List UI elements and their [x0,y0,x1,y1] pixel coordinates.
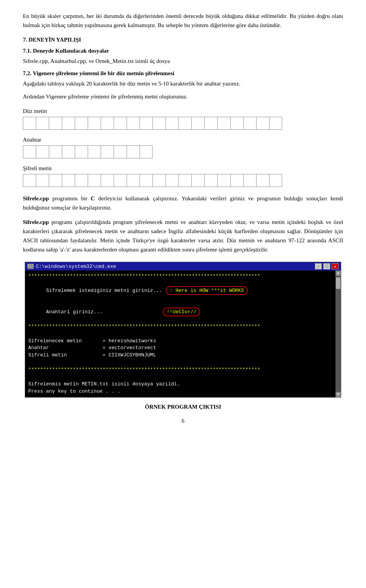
anahtar-section: Anahtar [23,137,343,158]
cmd-scrollbar-up[interactable]: ▲ [336,271,341,276]
cmd-line-3: Sifrelenecek metin = hereishowitworks [28,338,338,345]
anahtar-grid [23,145,343,158]
duz-metin-cell-18 [256,117,269,130]
cmd-line-7: Press any key to continue . . . [28,388,338,395]
subsection-72-title: 7.2. Vigenere şifreleme yöntemi ile bir … [23,70,343,77]
cmd-window: C:\ C:\windows\system32\cmd.exe – □ ✕ **… [25,262,341,398]
cmd-blank-1 [28,330,338,338]
cmd-line-1-oval: : Here is HOW ***it WORKS [166,286,248,295]
cmd-minimize-button[interactable]: – [315,263,322,269]
sifreli-metin-cell-0 [23,174,36,187]
sifreli-metin-label: Şifreli metin [23,165,343,172]
cmd-maximize-button[interactable]: □ [323,263,330,269]
cmd-titlebar-buttons: – □ ✕ [315,263,339,269]
duz-metin-cell-4 [75,117,88,130]
anahtar-cell-2 [49,145,62,158]
sifreli-metin-grid [23,174,343,187]
sifreli-metin-cell-18 [256,174,269,187]
cmd-scrollbar[interactable]: ▲ ▼ [336,271,341,397]
duz-metin-cell-15 [217,117,230,130]
duz-metin-cell-16 [230,117,243,130]
cmd-stars-2: ****************************************… [28,323,338,330]
cmd-title: C:\windows\system32\cmd.exe [36,264,116,269]
cmd-titlebar: C:\ C:\windows\system32\cmd.exe – □ ✕ [25,262,341,271]
cmd-line-2-oval: !!UeCIor// [163,308,200,316]
cmd-line-4: Anahtar = vectorvectorvect [28,345,338,352]
duz-metin-cell-10 [152,117,165,130]
sifreli-metin-cell-5 [88,174,101,187]
subsection-71-text: Sifrele.cpp, Anahtarbul.cpp, ve Ornek_Me… [23,56,343,66]
sifreli-metin-cell-16 [230,174,243,187]
anahtar-cell-7 [114,145,127,158]
sifreli-metin-cell-12 [178,174,191,187]
duz-metin-cell-13 [191,117,204,130]
cmd-line-5: Sifreli metin = CIIXWJCSYBHNJUML [28,352,338,359]
anahtar-cell-8 [127,145,140,158]
cmd-line-2: Anahtari giriniz... !!UeCIor// [28,301,338,323]
cmd-stars-1: ****************************************… [28,273,338,280]
subsection-71-title: 7.1. Deneyde Kullanılacak dosyalar [23,48,343,54]
anahtar-cell-5 [88,145,101,158]
duz-metin-cell-8 [127,117,140,130]
subsection-72-text1: Aşağıdaki tabloya yaklaşık 20 karakterli… [23,79,343,88]
anahtar-cell-6 [101,145,114,158]
duz-metin-cell-14 [204,117,217,130]
cmd-line-2-text: Anahtari giriniz... [46,309,162,315]
duz-metin-cell-9 [140,117,152,130]
cmd-close-button[interactable]: ✕ [332,263,339,269]
page-number: 6 [23,418,343,424]
sifreli-metin-cell-13 [191,174,204,187]
anahtar-cell-4 [75,145,88,158]
cmd-blank-2 [28,359,338,366]
cmd-stars-3: ****************************************… [28,366,338,374]
p2-bold2: C [91,195,95,201]
p2-bold1: Sifrele.cpp [23,195,49,201]
cmd-icon: C:\ [27,264,34,269]
anahtar-cell-9 [140,145,152,158]
sifreli-metin-cell-6 [101,174,114,187]
sifreli-metin-cell-10 [152,174,165,187]
duz-metin-cell-1 [36,117,49,130]
anahtar-cell-3 [62,145,75,158]
sifreli-metin-cell-11 [165,174,178,187]
subsection-72-text2: Ardından Vigenere şifreleme yöntemi ile … [23,92,343,101]
p3-bold: Sifrele.cpp [23,219,49,225]
cmd-line-6: Sifrelenmis metin METIN.txt isinli dosya… [28,381,338,388]
cmd-scrollbar-down[interactable]: ▼ [336,392,341,397]
section-7-title: 7. DENEYİN YAPILIŞI [23,37,343,43]
sifreli-metin-cell-17 [243,174,256,187]
duz-metin-cell-2 [49,117,62,130]
sifreli-metin-cell-15 [217,174,230,187]
sifreli-metin-cell-14 [204,174,217,187]
duz-metin-cell-7 [114,117,127,130]
duz-metin-cell-6 [101,117,114,130]
sifreli-metin-cell-3 [62,174,75,187]
anahtar-cell-0 [23,145,36,158]
sifreli-metin-section: Şifreli metin [23,165,343,187]
duz-metin-cell-19 [269,117,282,130]
duz-metin-cell-11 [165,117,178,130]
sifreli-metin-cell-19 [269,174,282,187]
sifreli-metin-cell-2 [49,174,62,187]
sifreli-metin-cell-1 [36,174,49,187]
sifreli-metin-cell-7 [114,174,127,187]
cmd-caption: ÖRNEK PROGRAM ÇIKTISI [23,404,343,410]
cmd-titlebar-left: C:\ C:\windows\system32\cmd.exe [27,264,116,269]
paragraph-2: Sifrele.cpp programını bir C derleyicisi… [23,194,343,212]
p2-rest1: programını bir [49,195,91,201]
duz-metin-cell-5 [88,117,101,130]
cmd-scrollbar-thumb[interactable] [336,277,340,289]
cmd-line-1-text: Sifrelemek istediginiz metni giriniz... [46,288,165,293]
p3-rest: programı çalıştırıldığında program şifre… [23,219,343,253]
paragraph-1: En büyük skaler çarpımın, her iki durumd… [23,11,343,30]
anahtar-label: Anahtar [23,137,343,143]
sifreli-metin-cell-4 [75,174,88,187]
duz-metin-section: Düz metin [23,108,343,130]
paragraph-3: Sifrele.cpp programı çalıştırıldığında p… [23,217,343,254]
sifreli-metin-cell-9 [140,174,152,187]
duz-metin-cell-17 [243,117,256,130]
duz-metin-cell-12 [178,117,191,130]
duz-metin-cell-0 [23,117,36,130]
duz-metin-label: Düz metin [23,108,343,114]
cmd-body: ****************************************… [25,271,341,397]
